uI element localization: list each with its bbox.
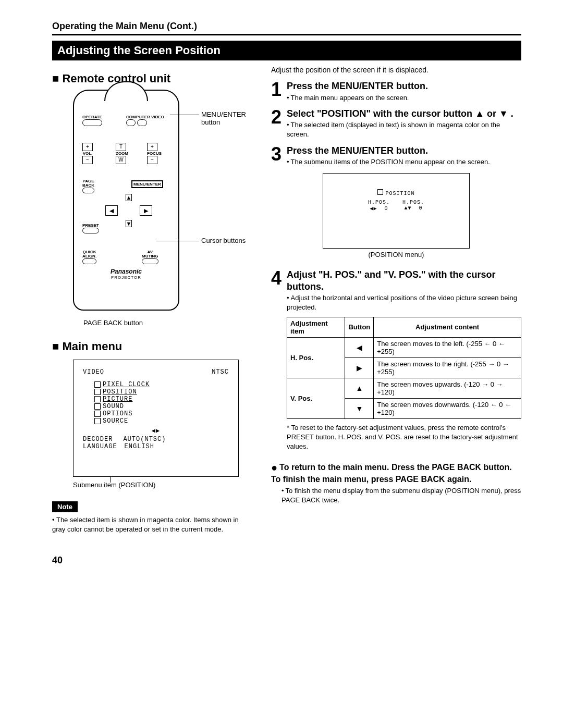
focus-minus: − [147, 156, 157, 164]
vpos-up-desc: The screen moves upwards. (-120 → 0 → +1… [374, 378, 521, 398]
step-2-title: Select "POSITION" with the cursor button… [287, 108, 521, 120]
page-back-label: PAGEBACK [82, 179, 94, 188]
step-4-title: Adjust "H. POS." and "V. POS." with the … [287, 269, 521, 292]
table-row: V. Pos. ▲ The screen moves upwards. (-12… [287, 378, 521, 398]
note-text: • The selected item is shown in magenta … [52, 515, 250, 534]
menu-decoder-value: AUTO(NTSC) [123, 436, 166, 443]
av-muting-button [142, 258, 158, 264]
menu-video-label: VIDEO [83, 368, 104, 376]
remote-heading: ■ Remote control unit [52, 72, 250, 85]
th-content: Adjustment content [374, 317, 521, 337]
menu-ntsc-label: NTSC [212, 368, 229, 376]
preset-label: PRESET [82, 223, 99, 228]
menu-item-icon [94, 389, 101, 395]
submenu-caption: Submenu item (POSITION) [73, 481, 250, 489]
note-label: Note [52, 501, 78, 512]
cursor-right-icon: ▶ [140, 205, 152, 216]
cursor-up-icon: ▲ [126, 194, 132, 201]
up-arrow-icon: ▲ [345, 378, 374, 398]
menu-item-icon [94, 396, 101, 402]
cursor-left-icon: ◀ [105, 205, 118, 216]
av-muting-label: AVMUTING [142, 250, 158, 258]
menu-arrows-icon: ◀▶ [83, 427, 229, 435]
page-back-button [82, 188, 94, 193]
brand-logo: Panasonic [74, 268, 178, 275]
quick-align-label: QUICKALIGN. [82, 250, 96, 258]
main-menu-box: VIDEO NTSC PIXEL CLOCK POSITION PICTURE … [73, 360, 239, 477]
step-3-title: Press the MENU/ENTER button. [287, 145, 521, 157]
menu-item-options: OPTIONS [103, 410, 132, 417]
table-footnote: * To reset to the factory-set adjustment… [287, 423, 521, 452]
operate-button [82, 119, 102, 126]
return-heading: ●To return to the main menu. Dress the P… [271, 461, 521, 485]
step-number-1: 1 [271, 80, 287, 103]
return-bullet: To finish the menu display from the subm… [282, 486, 521, 505]
hpos-label: H.POS. [368, 200, 390, 205]
preset-button [82, 228, 99, 233]
menu-language-label: LANGUAGE [83, 443, 117, 450]
zoom-tele: T [116, 143, 126, 151]
menu-item-icon [94, 403, 101, 410]
table-row: H. Pos. ◀ The screen moves to the left. … [287, 337, 521, 357]
step-3-bullet: The submenu items of the POSITION menu a… [287, 157, 521, 167]
step-1-bullet: The main menu appears on the screen. [287, 93, 521, 103]
callout-cursor: Cursor buttons [201, 237, 246, 244]
hpos-row-label: H. Pos. [290, 354, 313, 362]
vpos-arrows-icon: ▲▼ [404, 205, 411, 211]
menu-item-icon [94, 418, 101, 424]
step-4-bullet: Adjust the horizontal and vertical posit… [287, 293, 521, 312]
position-icon [377, 189, 383, 195]
vol-minus: − [82, 156, 93, 164]
down-arrow-icon: ▼ [345, 398, 374, 418]
adjustment-table: Adjustment item Button Adjustment conten… [287, 317, 521, 419]
hpos-left-desc: The screen moves to the left. (-255 ← 0 … [374, 337, 521, 357]
menu-item-pixel-clock: PIXEL CLOCK [103, 381, 150, 388]
menu-item-sound: SOUND [103, 403, 124, 410]
menu-item-picture: PICTURE [103, 396, 132, 403]
callout-menu-enter: MENU/ENTER button [201, 110, 259, 126]
page-number: 40 [52, 555, 521, 566]
main-menu-heading: ■ Main menu [52, 340, 250, 353]
step-1-title: Press the MENU/ENTER button. [287, 80, 521, 92]
breadcrumb: Operating the Main Menu (Cont.) [52, 21, 521, 35]
computer-label: COMPUTER [126, 115, 150, 119]
menu-enter-button: MENU/ENTER [131, 180, 163, 188]
remote-diagram: OPERATE COMPUTER VIDEO [73, 90, 179, 311]
focus-label: FOCUS [147, 151, 162, 156]
page-title: Adjusting the Screen Position [52, 41, 521, 60]
vol-plus: + [82, 143, 93, 151]
step-number-2: 2 [271, 108, 287, 140]
hpos-arrows-icon: ◀▶ [370, 206, 377, 212]
step-2-bullet: The selected item (displayed in text) is… [287, 120, 521, 139]
vpos-value: 0 [419, 205, 423, 211]
position-menu-box: POSITION H.POS. ◀▶ 0 H.POS. ▲▼ 0 [323, 173, 470, 249]
computer-button [126, 119, 136, 126]
menu-item-icon [94, 381, 101, 388]
step-number-4: 4 [271, 269, 287, 451]
position-menu-caption: (POSITION menu) [271, 251, 521, 258]
projector-label: PROJECTOR [74, 275, 178, 280]
cursor-down-icon: ▼ [126, 220, 132, 227]
hpos-value: 0 [385, 206, 388, 212]
menu-decoder-label: DECODER [83, 436, 113, 443]
vpos-row-label: V. Pos. [290, 394, 312, 402]
focus-plus: + [147, 143, 157, 151]
zoom-wide: W [116, 156, 126, 164]
th-button: Button [345, 317, 374, 337]
menu-item-position: POSITION [103, 388, 137, 396]
position-menu-title: POSITION [385, 191, 414, 196]
menu-language-value: ENGLISH [125, 443, 154, 450]
operate-label: OPERATE [82, 115, 102, 119]
video-button [137, 119, 146, 126]
zoom-label: ZOOM [116, 151, 128, 156]
menu-item-icon [94, 411, 101, 417]
vpos-label: H.POS. [402, 200, 424, 205]
vpos-down-desc: The screen moves downwards. (-120 ← 0 ← … [374, 398, 521, 418]
intro-text: Adjust the position of the screen if it … [271, 66, 521, 74]
th-item: Adjustment item [287, 317, 345, 337]
callout-page-back: PAGE BACK button [83, 319, 143, 327]
hpos-right-desc: The screen moves to the right. (-255 → 0… [374, 357, 521, 378]
left-arrow-icon: ◀ [345, 337, 374, 357]
step-number-3: 3 [271, 145, 287, 167]
quick-align-button [82, 258, 96, 264]
